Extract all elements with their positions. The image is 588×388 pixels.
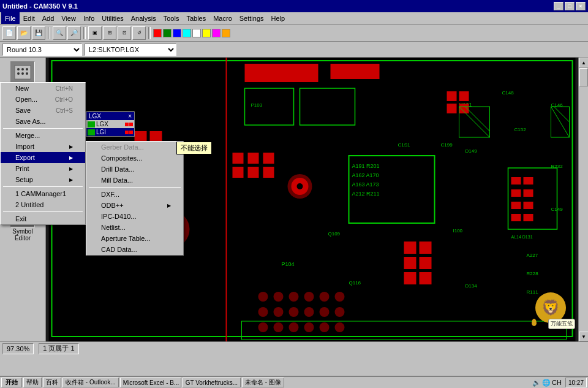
right-scrollbar[interactable]: ▲ ▼ [578, 58, 588, 341]
menu-help[interactable]: Help [268, 12, 289, 24]
svg-rect-96 [511, 202, 521, 209]
menu-file[interactable]: File [1, 12, 20, 24]
export-sep1 [89, 187, 181, 188]
menu-odb[interactable]: ODB++ ▶ [86, 200, 183, 211]
layer-panel-close[interactable]: × [128, 113, 132, 120]
svg-text:A227: A227 [527, 253, 538, 258]
aperture-select[interactable]: Round 10.3 [2, 44, 82, 56]
menu-print[interactable]: Print ▶ [1, 163, 85, 174]
svg-rect-98 [511, 214, 521, 221]
menu-new[interactable]: New Ctrl+N [1, 83, 85, 94]
taskbar-excel[interactable]: Microsoft Excel - B... [120, 378, 181, 387]
menu-export[interactable]: Export ▶ [1, 152, 85, 163]
grid-button[interactable]: ⊞ [103, 26, 116, 40]
menu-aperture-table[interactable]: Aperture Table... [86, 233, 183, 244]
zoom-out-button[interactable]: 🔎 [67, 26, 81, 40]
svg-point-4 [17, 72, 20, 75]
save-button[interactable]: 💾 [32, 26, 45, 40]
menu-edit[interactable]: Edit [20, 12, 39, 24]
snap-button[interactable]: ⊡ [118, 26, 131, 40]
maximize-button[interactable]: □ [565, 2, 575, 10]
taskbar-baike[interactable]: 百科 [43, 378, 61, 387]
minimize-button[interactable]: _ [554, 2, 564, 10]
menu-tools[interactable]: Tools [160, 12, 183, 24]
menu-exit[interactable]: Exit [1, 213, 85, 224]
scroll-thumb[interactable] [579, 68, 588, 86]
close-button[interactable]: × [576, 2, 586, 10]
svg-text:P104: P104 [282, 261, 295, 267]
svg-point-74 [274, 292, 284, 302]
menu-dxf[interactable]: DXF... [86, 189, 183, 200]
svg-rect-97 [524, 202, 533, 209]
taskbar: 开始 帮助 百科 收件箱 - Outlook... Microsoft Exce… [0, 376, 588, 388]
scroll-up-button[interactable]: ▲ [579, 58, 588, 67]
menu-analysis[interactable]: Analysis [127, 12, 160, 24]
menu-open[interactable]: Open... Ctrl+O [1, 94, 85, 105]
open-button[interactable]: 📂 [17, 26, 31, 40]
menu-import[interactable]: Import ▶ [1, 141, 85, 152]
new-button[interactable]: 📄 [2, 26, 16, 40]
svg-point-85 [258, 322, 268, 332]
menu-macro[interactable]: Macro [209, 12, 236, 24]
menu-cad-data[interactable]: CAD Data... [86, 244, 183, 255]
redraw-button[interactable]: ↺ [132, 26, 146, 40]
menu-tables[interactable]: Tables [183, 12, 209, 24]
taskbar-outlook[interactable]: 收件箱 - Outlook... [62, 378, 119, 387]
svg-rect-92 [511, 177, 521, 184]
svg-text:R111: R111 [527, 289, 539, 295]
color-magenta-button[interactable] [212, 29, 221, 37]
layer-row-lgx[interactable]: LGX [86, 120, 134, 128]
svg-point-83 [320, 307, 330, 317]
taskbar-gt[interactable]: GT Vorkheftrucks... [183, 378, 241, 387]
main-layout: Bed of Nails Editor Part Editor [0, 58, 588, 341]
scroll-down-button[interactable]: ▼ [579, 332, 588, 341]
layer-select[interactable]: L2:SLKTOP.LGX [85, 44, 176, 56]
menubar: File Edit Add View Info Utilities Analys… [0, 12, 588, 25]
menu-merge[interactable]: Merge... [1, 130, 85, 141]
svg-text:I100: I100 [453, 228, 463, 234]
color-yellow-button[interactable] [202, 29, 211, 37]
menu-settings[interactable]: Settings [236, 12, 268, 24]
menu-recent1[interactable]: 1 CAMManager1 [1, 188, 85, 199]
import-arrow-icon: ▶ [69, 144, 73, 150]
menu-setup[interactable]: Setup ▶ [1, 174, 85, 185]
menu-netlist[interactable]: Netlist... [86, 222, 183, 233]
menu-composites[interactable]: Composites... [86, 153, 183, 164]
export-arrow-icon: ▶ [69, 155, 73, 161]
layer-row-lgi[interactable]: LGI [86, 128, 134, 136]
menu-drill-data[interactable]: Drill Data... [86, 164, 183, 175]
color-cyan-button[interactable] [183, 29, 191, 37]
menu-info[interactable]: Info [80, 12, 98, 24]
svg-point-90 [335, 322, 345, 332]
menu-mill-data[interactable]: Mill Data... [86, 175, 183, 186]
color-blue-button[interactable] [173, 29, 181, 37]
color-green-button[interactable] [163, 29, 172, 37]
titlebar-buttons[interactable]: _ □ × [554, 2, 586, 10]
menu-save[interactable]: Save Ctrl+S [1, 105, 85, 116]
taskbar-help[interactable]: 帮助 [23, 378, 42, 387]
svg-rect-94 [511, 189, 521, 197]
menu-add[interactable]: Add [39, 12, 58, 24]
start-button[interactable]: 开始 [1, 378, 22, 387]
svg-point-5 [21, 72, 24, 75]
fit-button[interactable]: ▣ [88, 26, 102, 40]
scroll-track[interactable] [579, 67, 588, 332]
svg-text:D134: D134 [466, 283, 478, 289]
tray-icon-network: 🌐 [542, 379, 551, 387]
menu-save-as[interactable]: Save As... [1, 116, 85, 127]
color-orange-button[interactable] [222, 29, 230, 37]
svg-text:Q116: Q116 [349, 280, 361, 286]
menu-ipc[interactable]: IPC-D410... [86, 211, 183, 222]
zoom-in-button[interactable]: 🔍 [53, 26, 66, 40]
svg-rect-104 [404, 272, 417, 284]
color-red-button[interactable] [153, 29, 162, 37]
menu-view[interactable]: View [58, 12, 80, 24]
layer-dots-lgi [125, 131, 133, 134]
color-white-button[interactable] [192, 29, 201, 37]
svg-text:Q109: Q109 [328, 231, 341, 237]
menu-gerber[interactable]: Gerber Data... [86, 142, 183, 153]
menu-utilities[interactable]: Utilities [98, 12, 127, 24]
taskbar-image[interactable]: 未命名 - 图像 [242, 378, 284, 387]
menu-recent2[interactable]: 2 Untitled [1, 199, 85, 210]
svg-rect-42 [248, 167, 259, 178]
